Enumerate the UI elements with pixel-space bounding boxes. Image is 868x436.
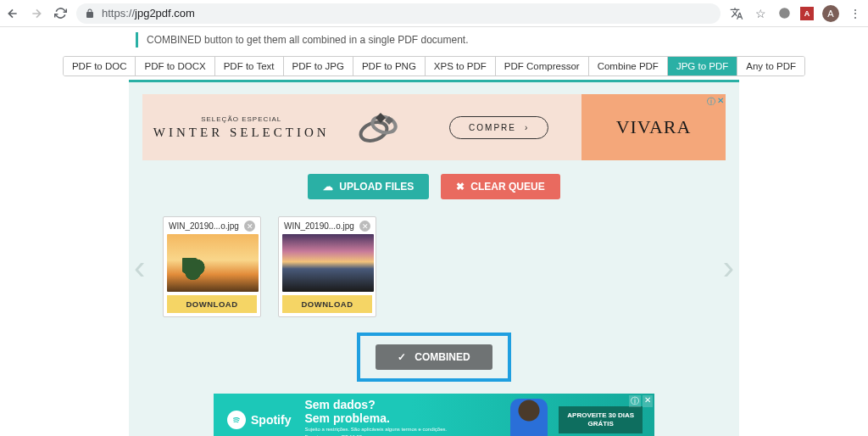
ad-info-icon[interactable]: ⓘ [707,96,715,108]
address-bar[interactable]: https://jpg2pdf.com [76,3,721,24]
tab-any-to-pdf[interactable]: Any to PDF [737,57,804,75]
reload-button[interactable] [53,6,68,21]
ad2-copy: Sem dados? Sem problema. Sujeito a restr… [304,399,499,436]
tab-pdf-to-docx[interactable]: PDF to DOCX [136,57,214,75]
intro-text-fragment: COMBINED button to get them all combined… [136,32,712,48]
ad-close-icon[interactable]: ✕ [643,395,653,407]
translate-icon[interactable] [729,6,744,21]
file-card: WIN_20190...o.jpg✕DOWNLOAD [278,216,376,317]
ad-brand-logo: VIVARA [581,94,726,160]
chevron-right-icon: › [525,123,529,132]
ad2-person-image [499,394,559,436]
main-panel: SELEÇÃO ESPECIAL WINTER SELECTION COMPRE… [129,80,739,436]
upload-icon: ☁ [323,181,333,193]
spotify-icon [227,411,246,429]
lock-icon [85,8,95,19]
file-remove-button[interactable]: ✕ [244,221,255,232]
ad-info-controls: ⓘ ✕ [707,96,724,108]
upload-files-button[interactable]: ☁ UPLOAD FILES [308,174,429,199]
ad-product-image [340,102,416,153]
back-button[interactable] [5,6,20,21]
ad-close-icon[interactable]: ✕ [717,96,724,108]
tab-pdf-to-doc[interactable]: PDF to DOC [64,57,136,75]
extension-icon-2[interactable]: A [800,7,814,20]
ad-cta-button[interactable]: COMPRE › [449,116,548,139]
page-content: COMBINED button to get them all combined… [0,32,868,436]
star-icon[interactable]: ☆ [753,6,768,21]
tab-combine-pdf[interactable]: Combine PDF [589,57,668,75]
tab-pdf-compressor[interactable]: PDF Compressor [496,57,589,75]
tab-pdf-to-jpg[interactable]: PDF to JPG [284,57,353,75]
forward-button[interactable] [29,6,44,21]
menu-icon[interactable]: ⋮ [848,6,863,21]
carousel-next-button[interactable]: › [723,248,734,286]
tab-pdf-to-png[interactable]: PDF to PNG [353,57,426,75]
file-thumbnail [282,234,374,292]
carousel-prev-button[interactable]: ‹ [134,248,145,286]
file-card: WIN_20190...o.jpg✕DOWNLOAD [163,216,261,317]
ad2-cta-button[interactable]: APROVEITE 30 DIAS GRÁTIS [559,406,643,433]
close-icon: ✖ [456,181,465,193]
profile-avatar[interactable]: A [822,5,839,22]
file-thumbnail [167,234,259,292]
action-row: ☁ UPLOAD FILES ✖ CLEAR QUEUE [129,174,739,199]
combined-button[interactable]: ✓ COMBINED [376,344,492,370]
tab-xps-to-pdf[interactable]: XPS to PDF [426,57,496,75]
format-tabs: PDF to DOCPDF to DOCXPDF to TextPDF to J… [63,56,805,76]
spotify-logo: Spotify [227,411,291,429]
svg-point-0 [779,8,790,19]
file-download-button[interactable]: DOWNLOAD [282,295,372,313]
ad-headline-block: SELEÇÃO ESPECIAL WINTER SELECTION [142,115,340,140]
ad-subtitle: SELEÇÃO ESPECIAL [142,115,340,123]
extension-icon-1[interactable] [776,6,792,21]
file-remove-button[interactable]: ✕ [359,221,370,232]
ad-banner-top[interactable]: SELEÇÃO ESPECIAL WINTER SELECTION COMPRE… [142,94,726,160]
check-icon: ✓ [398,351,406,363]
ad-banner-bottom[interactable]: Spotify Sem dados? Sem problema. Sujeito… [214,394,654,436]
tab-pdf-to-text[interactable]: PDF to Text [215,57,284,75]
file-name: WIN_20190...o.jpg [284,221,359,231]
ad-info-icon[interactable]: ⓘ [629,395,641,407]
url-text: https://jpg2pdf.com [102,7,195,20]
ad2-info-controls: ⓘ ✕ [629,395,653,407]
tab-jpg-to-pdf[interactable]: JPG to PDF [668,57,737,75]
ad-title: WINTER SELECTION [142,126,340,140]
browser-toolbar: https://jpg2pdf.com ☆ A A ⋮ [0,0,868,27]
files-carousel: ‹ › WIN_20190...o.jpg✕DOWNLOADWIN_20190.… [129,216,739,317]
combined-highlight: ✓ COMBINED [357,333,510,382]
clear-queue-button[interactable]: ✖ CLEAR QUEUE [441,174,559,199]
file-name: WIN_20190...o.jpg [169,221,244,231]
file-download-button[interactable]: DOWNLOAD [167,295,257,313]
